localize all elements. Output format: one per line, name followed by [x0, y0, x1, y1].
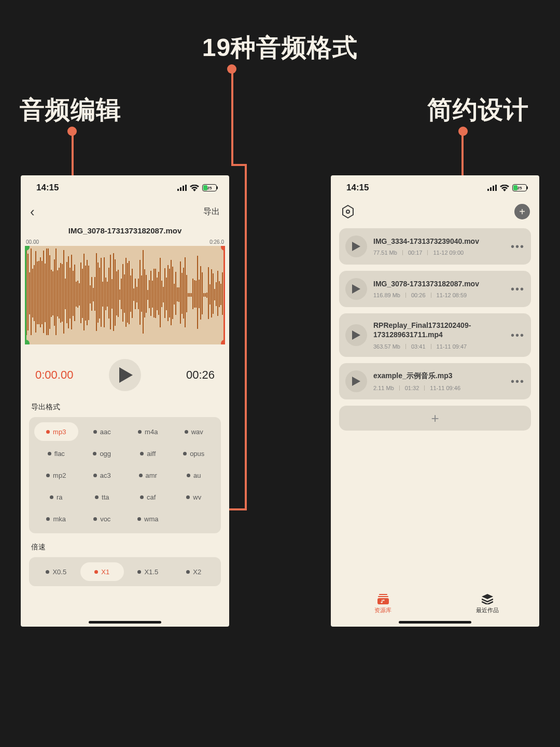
- settings-icon[interactable]: [340, 204, 356, 219]
- svg-rect-9: [379, 594, 387, 595]
- add-file-button[interactable]: +: [339, 406, 531, 431]
- file-meta: 2.11 Mb01:3211-11 09:46: [373, 385, 505, 391]
- file-list: IMG_3334-1731373239040.mov77.51 Mb00:171…: [331, 223, 539, 431]
- more-icon[interactable]: •••: [511, 283, 525, 295]
- wifi-icon: [190, 185, 199, 191]
- play-icon[interactable]: [345, 370, 367, 392]
- format-chip-ra[interactable]: ra: [34, 488, 78, 506]
- format-grid: mp3aacm4awavflacoggaiffopusmp2ac3amraura…: [29, 417, 221, 533]
- format-section-label: 导出格式: [21, 400, 229, 417]
- wifi-icon: [500, 185, 509, 191]
- svg-rect-1: [180, 187, 181, 191]
- svg-rect-6: [493, 186, 494, 191]
- speed-chip-X1[interactable]: X1: [80, 562, 124, 581]
- status-time: 14:15: [346, 183, 369, 193]
- back-button[interactable]: ‹: [30, 204, 35, 220]
- svg-rect-7: [495, 185, 497, 191]
- phone-library: 14:15 25 + IMG_3334-1731373239040.mov77.…: [331, 175, 539, 627]
- callout-formats: 19种音频格式: [202, 31, 358, 64]
- callout-design: 简约设计: [427, 93, 529, 127]
- svg-rect-10: [378, 596, 388, 597]
- more-icon[interactable]: •••: [511, 376, 525, 388]
- file-name: example_示例音乐.mp3: [373, 371, 505, 381]
- speed-chip-X2[interactable]: X2: [172, 562, 216, 581]
- play-icon[interactable]: [345, 236, 367, 257]
- file-meta: 363.57 Mb03:4111-11 09:47: [373, 343, 505, 350]
- svg-rect-2: [183, 186, 184, 191]
- export-button[interactable]: 导出: [203, 206, 220, 217]
- file-name: IMG_3078-1731373182087.mov: [373, 280, 505, 288]
- file-title: IMG_3078-1731373182087.mov: [21, 223, 229, 239]
- format-chip-wav[interactable]: wav: [172, 422, 216, 441]
- format-chip-opus[interactable]: opus: [172, 444, 216, 463]
- trim-handle-left[interactable]: [25, 246, 26, 344]
- status-time: 14:15: [36, 183, 59, 193]
- file-card[interactable]: IMG_3334-1731373239040.mov77.51 Mb00:171…: [339, 228, 531, 265]
- more-icon[interactable]: •••: [511, 241, 525, 253]
- connector-line: [245, 164, 247, 510]
- format-chip-tta[interactable]: tta: [80, 488, 124, 506]
- format-chip-wv[interactable]: wv: [172, 488, 216, 506]
- stack-icon: [482, 594, 493, 604]
- signal-icon: [177, 185, 187, 191]
- current-time: 0:00.00: [35, 368, 92, 382]
- nav-bar: ‹ 导出: [21, 200, 229, 223]
- library-nav: +: [331, 200, 539, 223]
- speed-chip-X0.5[interactable]: X0.5: [34, 562, 78, 581]
- format-chip-aac[interactable]: aac: [80, 422, 124, 441]
- signal-icon: [487, 185, 497, 191]
- more-icon[interactable]: •••: [511, 329, 525, 341]
- svg-rect-11: [377, 598, 389, 604]
- format-chip-ac3[interactable]: ac3: [80, 466, 124, 485]
- file-card[interactable]: RPReplay_Final1731202409-1731289631711.m…: [339, 313, 531, 357]
- format-chip-m4a[interactable]: m4a: [126, 422, 170, 441]
- format-chip-mp3[interactable]: mp3: [34, 422, 78, 441]
- svg-point-8: [346, 210, 349, 213]
- file-name: IMG_3334-1731373239040.mov: [373, 237, 505, 245]
- tab-bar: 资源库 最近作品: [331, 587, 539, 620]
- format-chip-au[interactable]: au: [172, 466, 216, 485]
- format-chip-aiff[interactable]: aiff: [126, 444, 170, 463]
- format-chip-voc[interactable]: voc: [80, 509, 124, 528]
- phone-editor: 14:15 25 ‹ 导出 IMG_3078-1731373182087.mov…: [21, 175, 229, 627]
- format-chip-amr[interactable]: amr: [126, 466, 170, 485]
- transport: 0:00.00 00:26: [21, 344, 229, 400]
- file-card[interactable]: example_示例音乐.mp32.11 Mb01:3211-11 09:46•…: [339, 363, 531, 399]
- speed-chip-X1.5[interactable]: X1.5: [126, 562, 170, 581]
- library-icon: [377, 594, 389, 604]
- home-indicator: [89, 621, 161, 624]
- time-ruler: 00.00 0:26.0: [21, 239, 229, 245]
- status-bar: 14:15 25: [331, 175, 539, 200]
- format-chip-caf[interactable]: caf: [126, 488, 170, 506]
- format-chip-mka[interactable]: mka: [34, 509, 78, 528]
- battery-icon: 25: [512, 184, 527, 191]
- file-card[interactable]: IMG_3078-1731373182087.mov116.89 Mb00:26…: [339, 271, 531, 307]
- speed-grid: X0.5X1X1.5X2: [29, 557, 221, 586]
- connector-line: [231, 69, 233, 164]
- battery-icon: 25: [202, 184, 217, 191]
- svg-rect-4: [487, 189, 489, 191]
- add-button[interactable]: +: [514, 204, 530, 219]
- tab-recent[interactable]: 最近作品: [435, 587, 539, 620]
- play-icon[interactable]: [345, 324, 367, 346]
- trim-handle-right[interactable]: [223, 246, 225, 344]
- format-chip-flac[interactable]: flac: [34, 444, 78, 463]
- file-name: RPReplay_Final1731202409-1731289631711.m…: [373, 321, 505, 339]
- tab-library[interactable]: 资源库: [331, 587, 435, 620]
- svg-point-12: [383, 599, 384, 601]
- play-icon[interactable]: [345, 278, 367, 300]
- waveform[interactable]: [25, 246, 225, 344]
- duration: 00:26: [158, 368, 215, 382]
- home-indicator: [399, 621, 471, 624]
- svg-rect-0: [177, 189, 179, 191]
- format-chip-wma[interactable]: wma: [126, 509, 170, 528]
- ruler-end: 0:26.0: [209, 239, 224, 245]
- file-meta: 77.51 Mb00:1711-12 09:00: [373, 250, 505, 256]
- format-chip-ogg[interactable]: ogg: [80, 444, 124, 463]
- tab-label: 最近作品: [476, 606, 499, 614]
- status-bar: 14:15 25: [21, 175, 229, 200]
- ruler-start: 00.00: [26, 239, 39, 245]
- play-button[interactable]: [109, 359, 141, 391]
- format-chip-mp2[interactable]: mp2: [34, 466, 78, 485]
- svg-rect-3: [185, 185, 187, 191]
